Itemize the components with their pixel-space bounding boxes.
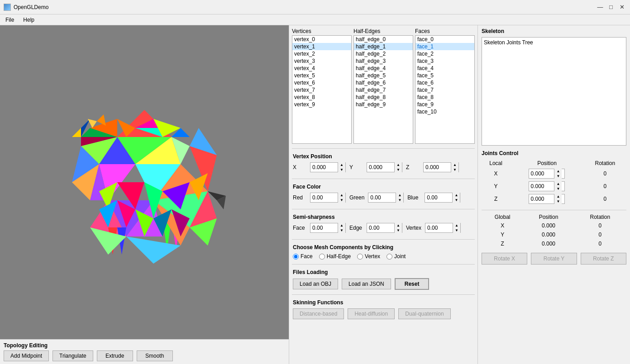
radio-halfedge[interactable]: Half-Edge: [319, 253, 351, 260]
fc-green-input[interactable]: [368, 193, 396, 202]
local-x-position-input[interactable]: [529, 169, 554, 178]
list-item[interactable]: face_4: [415, 65, 474, 72]
list-item[interactable]: half_edge_8: [354, 94, 413, 101]
vp-x-down[interactable]: ▼: [338, 167, 345, 172]
load-obj-button[interactable]: Load an OBJ: [293, 279, 338, 289]
list-item[interactable]: vertex_9: [292, 101, 351, 108]
vp-z-spinbox[interactable]: ▲ ▼: [423, 162, 459, 172]
list-item[interactable]: face_1: [415, 43, 474, 50]
rotate-z-button[interactable]: Rotate Z: [581, 253, 626, 265]
radio-joint[interactable]: Joint: [387, 253, 406, 260]
list-item[interactable]: face_8: [415, 94, 474, 101]
local-y-position-spinbox[interactable]: ▲ ▼: [529, 181, 565, 191]
list-item[interactable]: half_edge_2: [354, 50, 413, 57]
vp-z-up[interactable]: ▲: [451, 162, 458, 167]
ss-face-input[interactable]: [310, 223, 338, 232]
local-x-pos-up[interactable]: ▲: [554, 169, 562, 174]
fc-red-up[interactable]: ▲: [338, 193, 345, 198]
radio-face-input[interactable]: [293, 254, 299, 260]
ss-edge-input[interactable]: [367, 223, 394, 232]
fc-green-spinbox[interactable]: ▲ ▼: [368, 193, 404, 203]
list-item[interactable]: half_edge_3: [354, 57, 413, 65]
vp-x-up[interactable]: ▲: [338, 162, 345, 167]
vertices-list[interactable]: vertex_0 vertex_1 vertex_2 vertex_3 vert…: [292, 35, 352, 144]
half-edges-list[interactable]: half_edge_0 half_edge_1 half_edge_2 half…: [353, 35, 413, 144]
list-item[interactable]: face_2: [415, 50, 474, 57]
ss-edge-spinbox[interactable]: ▲ ▼: [367, 223, 402, 233]
smooth-button[interactable]: Smooth: [137, 350, 173, 361]
local-x-pos-down[interactable]: ▼: [554, 174, 562, 179]
list-item[interactable]: half_edge_5: [354, 72, 413, 79]
fc-red-input[interactable]: [310, 193, 338, 202]
list-item[interactable]: half_edge_9: [354, 101, 413, 108]
skeleton-tree[interactable]: Skeleton Joints Tree: [482, 37, 626, 146]
vp-x-spinbox[interactable]: ▲ ▼: [310, 162, 346, 172]
fc-red-down[interactable]: ▼: [338, 198, 345, 203]
list-item[interactable]: vertex_8: [292, 94, 351, 101]
list-item[interactable]: vertex_3: [292, 57, 351, 65]
dual-quaternion-button[interactable]: Dual-quaternion: [398, 308, 450, 319]
radio-halfedge-input[interactable]: [319, 254, 325, 260]
local-z-position-input[interactable]: [529, 194, 554, 203]
local-z-pos-up[interactable]: ▲: [554, 194, 562, 199]
fc-blue-down[interactable]: ▼: [453, 198, 460, 203]
local-z-pos-down[interactable]: ▼: [554, 199, 562, 204]
list-item[interactable]: half_edge_7: [354, 86, 413, 94]
ss-vertex-spinbox[interactable]: ▲ ▼: [425, 223, 461, 233]
fc-blue-input[interactable]: [425, 193, 452, 202]
load-json-button[interactable]: Load an JSON: [342, 279, 391, 289]
list-item[interactable]: vertex_4: [292, 65, 351, 72]
vp-z-input[interactable]: [424, 163, 451, 172]
reset-button[interactable]: Reset: [395, 278, 430, 290]
local-y-pos-up[interactable]: ▲: [554, 181, 562, 186]
ss-face-up[interactable]: ▲: [338, 223, 345, 228]
vp-x-input[interactable]: [310, 163, 338, 172]
vp-z-down[interactable]: ▼: [451, 167, 458, 172]
opengl-viewport[interactable]: [0, 25, 289, 339]
ss-vertex-input[interactable]: [425, 223, 453, 232]
list-item[interactable]: face_5: [415, 72, 474, 79]
list-item[interactable]: half_edge_1: [354, 43, 413, 50]
vp-y-down[interactable]: ▼: [395, 167, 402, 172]
list-item[interactable]: face_0: [415, 36, 474, 43]
list-item[interactable]: vertex_7: [292, 86, 351, 94]
local-y-pos-down[interactable]: ▼: [554, 186, 562, 191]
ss-vertex-down[interactable]: ▼: [453, 228, 460, 233]
heat-diffusion-button[interactable]: Heat-diffusion: [348, 308, 395, 319]
list-item[interactable]: vertex_1: [292, 43, 351, 50]
ss-edge-down[interactable]: ▼: [395, 228, 402, 233]
radio-vertex-input[interactable]: [357, 254, 363, 260]
radio-face[interactable]: Face: [293, 253, 313, 260]
list-item[interactable]: vertex_2: [292, 50, 351, 57]
local-x-position-spinbox[interactable]: ▲ ▼: [529, 169, 565, 179]
ss-face-spinbox[interactable]: ▲ ▼: [310, 223, 346, 233]
distance-based-button[interactable]: Distance-based: [293, 308, 344, 319]
radio-joint-input[interactable]: [387, 254, 392, 260]
minimize-button[interactable]: —: [596, 3, 605, 12]
fc-red-spinbox[interactable]: ▲ ▼: [310, 193, 346, 203]
list-item[interactable]: face_7: [415, 86, 474, 94]
local-y-position-input[interactable]: [529, 182, 554, 191]
ss-edge-up[interactable]: ▲: [395, 223, 402, 228]
list-item[interactable]: face_9: [415, 101, 474, 108]
vp-y-input[interactable]: [367, 163, 394, 172]
radio-vertex[interactable]: Vertex: [357, 253, 380, 260]
menu-file[interactable]: File: [4, 16, 16, 24]
maximize-button[interactable]: □: [606, 3, 616, 12]
triangulate-button[interactable]: Triangulate: [52, 350, 93, 361]
list-item[interactable]: half_edge_6: [354, 79, 413, 86]
fc-blue-up[interactable]: ▲: [453, 193, 460, 198]
list-item[interactable]: half_edge_4: [354, 65, 413, 72]
menu-help[interactable]: Help: [21, 16, 36, 24]
fc-green-down[interactable]: ▼: [396, 198, 403, 203]
list-item[interactable]: face_6: [415, 79, 474, 86]
fc-green-up[interactable]: ▲: [396, 193, 403, 198]
vp-y-spinbox[interactable]: ▲ ▼: [367, 162, 402, 172]
rotate-x-button[interactable]: Rotate X: [482, 253, 527, 265]
fc-blue-spinbox[interactable]: ▲ ▼: [425, 193, 460, 203]
ss-face-down[interactable]: ▼: [338, 228, 345, 233]
list-item[interactable]: half_edge_0: [354, 36, 413, 43]
close-button[interactable]: ✕: [617, 3, 626, 12]
vp-y-up[interactable]: ▲: [395, 162, 402, 167]
add-midpoint-button[interactable]: Add Midpoint: [4, 350, 49, 361]
